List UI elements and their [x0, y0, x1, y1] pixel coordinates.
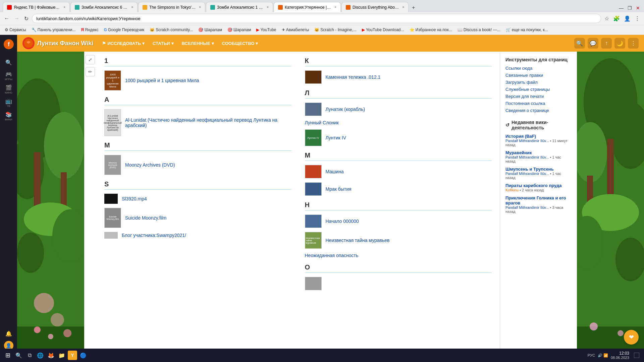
topnav-articles[interactable]: СТАТЬИ ▾	[149, 39, 177, 48]
sidebar-movies[interactable]: 🎬 КИНО	[3, 83, 15, 95]
activity-link-1[interactable]: История (BaF)	[505, 134, 572, 139]
fandom-logo[interactable]: f	[2, 38, 15, 51]
tab-close-2[interactable]: ×	[131, 5, 133, 9]
tab-2[interactable]: Зомби Апокалипсис 6 серия 1... ×	[70, 2, 138, 12]
link-sluzhebnye[interactable]: Служебные страницы	[505, 87, 550, 92]
bookmark-sharapam1[interactable]: 🎯 Шарапам	[196, 27, 224, 33]
link-pravki[interactable]: Связанные правки	[505, 73, 543, 78]
bookmark-yandex[interactable]: Я Яндекс	[79, 27, 100, 33]
tab-6[interactable]: Discuss Everything About Лунтик... ×	[341, 2, 409, 12]
link-svedeniya[interactable]: Сведения о странице	[505, 108, 549, 113]
activity-link-3[interactable]: Шмупсень и Трупсень	[505, 167, 572, 172]
tab-close-3[interactable]: ×	[199, 5, 201, 9]
bookmark-scratch-community[interactable]: 🐱 Scratch community...	[148, 27, 195, 33]
sidebar-wikis[interactable]: 📚 ВИКИ	[3, 110, 15, 122]
activity-user-2[interactable]: Pandalf Mithrandimir Ilüv...	[505, 155, 549, 159]
profile-button[interactable]: 👤	[623, 14, 632, 23]
item-link-nachalo[interactable]: Начало 000000	[326, 219, 359, 224]
forward-button[interactable]: →	[13, 14, 21, 23]
item-link-swampy[interactable]: Блог участника:Swampy2021/	[122, 233, 186, 238]
show-desktop-button[interactable]	[632, 351, 641, 354]
sidebar-tv[interactable]: 📺 ТВ	[3, 97, 15, 109]
extensions-button[interactable]: 🧩	[612, 14, 621, 23]
item-link-mrak[interactable]: Мрак бытия	[326, 186, 352, 192]
restore-button[interactable]: ❐	[626, 4, 633, 12]
link-ssylki[interactable]: Ссылки сюда	[505, 66, 532, 71]
bookmark-translate[interactable]: G Google Переводчик	[102, 27, 146, 33]
link-pechat[interactable]: Версия для печати	[505, 94, 544, 99]
item-link-si[interactable]: Sl3920.mp4	[122, 196, 147, 201]
tab-4[interactable]: Зомби Апокалипсис 1 сезон 7... ×	[206, 2, 273, 12]
expand-button[interactable]: ⤢	[86, 55, 95, 64]
sidebar-games[interactable]: 🎮 ИГРЫ	[3, 70, 15, 82]
bookmark-panel[interactable]: 🔧 Панель управлени...	[30, 27, 78, 33]
tab-1[interactable]: Яндекс.ТВ | Фэйковые телеканалы... ×	[3, 2, 70, 12]
item-link-lunatik[interactable]: Лунатик (корабль)	[326, 107, 365, 112]
reload-button[interactable]: ↻	[23, 14, 30, 23]
topnav-universe[interactable]: ВСЕЛЕННЫЕ ▾	[178, 39, 217, 48]
item-link-lunny[interactable]: Лунный Слоник	[305, 120, 339, 125]
tab-5[interactable]: Категория:Утерянное | Лунтик... ×	[274, 2, 341, 12]
sidebar-search[interactable]: 🔍	[3, 56, 15, 68]
taskbar-yandex[interactable]: Y	[68, 351, 77, 354]
list-item: 1000 рыцарей и 1 царевная Мила 1000 рыца…	[104, 70, 291, 90]
address-bar[interactable]	[32, 14, 601, 23]
bookmark-avia[interactable]: ✈ Авиабилеты	[280, 27, 311, 33]
taskbar-edge[interactable]: 🌐	[36, 351, 45, 354]
taskbar-chrome[interactable]: 🔵	[78, 351, 88, 354]
activity-link-4[interactable]: Пираты карибского пруда	[505, 183, 572, 188]
edit-button[interactable]: ✏	[86, 67, 95, 76]
topnav-chat-btn[interactable]: 💬	[588, 38, 598, 49]
back-button[interactable]: ←	[3, 14, 11, 23]
bookmark-youtube-dl[interactable]: ▶ YouTube Download...	[360, 27, 406, 33]
taskbar-search[interactable]: 🔍	[14, 351, 23, 354]
tab-close-1[interactable]: ×	[63, 5, 65, 9]
item-link-kamen[interactable]: Каменная тележка .012.1	[326, 74, 381, 80]
item-link-neizvestnaya[interactable]: Неизвестная тайна муравьев	[326, 238, 390, 243]
taskbar-taskview[interactable]: ⧉	[25, 351, 34, 354]
fandom-fab-button[interactable]: ❤	[624, 330, 639, 345]
item-link-moonzy[interactable]: Moonzy Archives (DVD)	[125, 162, 175, 168]
topnav-more-btn[interactable]: ⋮	[628, 38, 639, 49]
activity-user-3[interactable]: Pandalf Mithrandimir Ilüv...	[505, 172, 549, 176]
minimize-button[interactable]: —	[618, 4, 625, 12]
link-zagruzit[interactable]: Загрузить файл	[505, 80, 538, 85]
activity-user-4[interactable]: Kofikinu	[505, 188, 519, 192]
sidebar-notifications[interactable]: 🔔	[3, 327, 15, 340]
tab-close-5[interactable]: ×	[334, 5, 336, 9]
topnav-community[interactable]: СООБЩЕСТВО ▾	[219, 39, 262, 48]
item-link-luntikiv[interactable]: Лунтик IV	[326, 135, 346, 140]
bookmark-shopping[interactable]: 🛒 еще на покупки, к...	[504, 27, 550, 33]
activity-user-5[interactable]: Pandalf Mithrandimir Ilüv...	[505, 205, 549, 209]
menu-button[interactable]: ⋮	[633, 14, 641, 23]
bookmark-button[interactable]: ☆	[603, 14, 610, 23]
item-link-1000[interactable]: 1000 рыцарей и 1 царевная Мила	[125, 78, 199, 83]
link-postoyannaya[interactable]: Постоянная ссылка	[505, 101, 545, 106]
list-item: Лунатик (корабль)	[305, 103, 492, 116]
start-button[interactable]: ⊞	[3, 350, 13, 354]
bookmark-book[interactable]: 📖 Discuss a book! —...	[455, 27, 502, 33]
item-link-al[interactable]: Al-Lunidat (Частично найденный неофициал…	[125, 117, 291, 128]
topnav-arrow-btn[interactable]: ↑	[601, 38, 612, 49]
taskbar-folder[interactable]: 📁	[57, 351, 66, 354]
tab-close-6[interactable]: ×	[402, 5, 404, 9]
bookmark-sharapam2[interactable]: 🎯 Шарапам	[225, 27, 253, 33]
activity-user-1[interactable]: Pandalf Mithrandimir Ilüv...	[505, 139, 549, 143]
tab-3[interactable]: The Simpsons in Tokyo's Americ... ×	[138, 2, 205, 12]
taskbar-firefox[interactable]: 🦊	[46, 351, 56, 354]
activity-link-5[interactable]: Приключения Голника и его врагов	[505, 195, 572, 205]
tab-close-4[interactable]: ×	[267, 5, 269, 9]
topnav-theme-btn[interactable]: 🌙	[614, 38, 625, 49]
item-link-neozhidannaya[interactable]: Неожиданная опасность	[305, 253, 359, 258]
item-link-suicide[interactable]: Suicide Moonzy.film	[125, 215, 166, 221]
bookmark-scratch-imagine[interactable]: 🐱 Scratch - Imagine,...	[312, 27, 358, 33]
bookmark-youtube[interactable]: ▶ YouTube	[254, 27, 278, 33]
item-link-mashina[interactable]: Машина	[326, 169, 344, 174]
activity-link-2[interactable]: Муравейник	[505, 150, 572, 155]
new-tab-button[interactable]: +	[409, 3, 418, 12]
bookmark-favorites[interactable]: ⭐ Избранное на пок...	[408, 27, 454, 33]
close-button[interactable]: ✕	[635, 4, 641, 12]
topnav-explore[interactable]: ⚑ ИССЛЕДОВАТЬ ▾	[99, 39, 148, 48]
bookmark-servisy[interactable]: ⚙ Сервисы	[3, 27, 28, 33]
topnav-search-btn[interactable]: 🔍	[574, 38, 585, 49]
